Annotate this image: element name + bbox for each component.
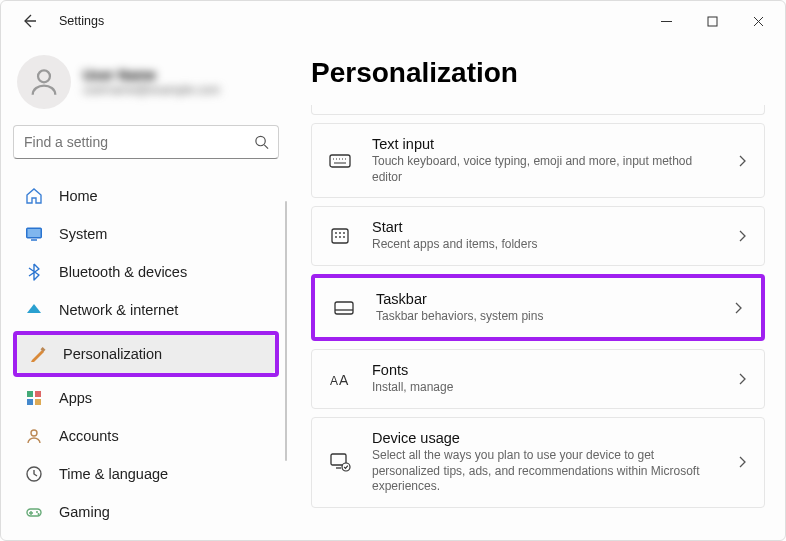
- search-wrapper: [13, 125, 279, 159]
- sidebar-item-system[interactable]: System: [13, 215, 279, 253]
- sidebar-item-bluetooth[interactable]: Bluetooth & devices: [13, 253, 279, 291]
- card-text: Start Recent apps and items, folders: [372, 219, 718, 253]
- profile-name: User Name: [83, 67, 220, 83]
- chevron-right-icon: [736, 230, 748, 242]
- card-subtitle: Install, manage: [372, 380, 718, 396]
- sidebar-item-network[interactable]: Network & internet: [13, 291, 279, 329]
- arrow-left-icon: [21, 13, 37, 29]
- card-device-usage[interactable]: Device usage Select all the ways you pla…: [311, 417, 765, 508]
- accounts-icon: [23, 427, 45, 445]
- wifi-icon: [23, 301, 45, 319]
- sidebar: User Name username@example.com Home Syst…: [1, 41, 291, 540]
- settings-cards: Text input Touch keyboard, voice typing,…: [311, 105, 765, 508]
- sidebar-item-gaming[interactable]: Gaming: [13, 493, 279, 531]
- taskbar-icon: [330, 296, 358, 320]
- card-title: Fonts: [372, 362, 718, 378]
- svg-rect-9: [35, 399, 41, 405]
- home-icon: [23, 187, 45, 205]
- sidebar-item-label: Network & internet: [59, 302, 178, 318]
- card-partial-above[interactable]: [311, 105, 765, 115]
- svg-text:A: A: [339, 372, 349, 388]
- card-text: Taskbar Taskbar behaviors, system pins: [376, 291, 714, 325]
- sidebar-item-label: Home: [59, 188, 98, 204]
- sidebar-item-personalization[interactable]: Personalization: [17, 335, 275, 373]
- profile-email: username@example.com: [83, 83, 220, 97]
- sidebar-item-label: Apps: [59, 390, 92, 406]
- sidebar-item-label: Personalization: [63, 346, 162, 362]
- sidebar-item-label: System: [59, 226, 107, 242]
- svg-point-19: [343, 232, 345, 234]
- user-icon: [27, 65, 61, 99]
- card-title: Start: [372, 219, 718, 235]
- avatar: [17, 55, 71, 109]
- svg-rect-8: [27, 399, 33, 405]
- sidebar-scrollbar[interactable]: [285, 201, 287, 461]
- card-text-input[interactable]: Text input Touch keyboard, voice typing,…: [311, 123, 765, 198]
- sidebar-item-time[interactable]: Time & language: [13, 455, 279, 493]
- card-subtitle: Touch keyboard, voice typing, emoji and …: [372, 154, 718, 185]
- card-fonts[interactable]: AA Fonts Install, manage: [311, 349, 765, 409]
- sidebar-item-apps[interactable]: Apps: [13, 379, 279, 417]
- profile-text: User Name username@example.com: [83, 67, 220, 97]
- start-icon: [326, 224, 354, 248]
- sidebar-item-accounts[interactable]: Accounts: [13, 417, 279, 455]
- sidebar-item-label: Gaming: [59, 504, 110, 520]
- window-controls: [643, 5, 781, 37]
- svg-rect-0: [708, 17, 717, 26]
- highlight-personalization: Personalization: [13, 331, 279, 377]
- sidebar-item-home[interactable]: Home: [13, 177, 279, 215]
- sidebar-item-label: Time & language: [59, 466, 168, 482]
- chevron-right-icon: [736, 456, 748, 468]
- bluetooth-icon: [23, 263, 45, 281]
- card-subtitle: Recent apps and items, folders: [372, 237, 718, 253]
- profile-section[interactable]: User Name username@example.com: [17, 55, 279, 109]
- clock-icon: [23, 465, 45, 483]
- svg-point-20: [335, 236, 337, 238]
- fonts-icon: AA: [326, 367, 354, 391]
- chevron-right-icon: [736, 373, 748, 385]
- card-title: Device usage: [372, 430, 718, 446]
- card-text: Text input Touch keyboard, voice typing,…: [372, 136, 718, 185]
- back-button[interactable]: [13, 5, 45, 37]
- maximize-icon: [707, 16, 718, 27]
- main-panel: Personalization Text input Touch keyboar…: [291, 41, 785, 540]
- apps-icon: [23, 389, 45, 407]
- gaming-icon: [23, 503, 45, 521]
- svg-point-1: [38, 70, 50, 82]
- svg-rect-15: [330, 155, 350, 167]
- svg-point-17: [335, 232, 337, 234]
- svg-rect-6: [27, 391, 33, 397]
- search-input[interactable]: [13, 125, 279, 159]
- nav: Home System Bluetooth & devices Network …: [13, 177, 279, 531]
- card-taskbar[interactable]: Taskbar Taskbar behaviors, system pins: [315, 278, 761, 338]
- svg-rect-16: [332, 229, 348, 243]
- svg-text:A: A: [330, 374, 338, 388]
- svg-point-22: [343, 236, 345, 238]
- card-subtitle: Select all the ways you plan to use your…: [372, 448, 718, 495]
- page-title: Personalization: [311, 57, 765, 89]
- svg-point-10: [31, 430, 37, 436]
- chevron-right-icon: [732, 302, 744, 314]
- system-icon: [23, 225, 45, 243]
- chevron-right-icon: [736, 155, 748, 167]
- maximize-button[interactable]: [689, 5, 735, 37]
- card-title: Taskbar: [376, 291, 714, 307]
- close-icon: [753, 16, 764, 27]
- close-button[interactable]: [735, 5, 781, 37]
- card-title: Text input: [372, 136, 718, 152]
- svg-rect-4: [28, 229, 41, 237]
- card-subtitle: Taskbar behaviors, system pins: [376, 309, 714, 325]
- card-start[interactable]: Start Recent apps and items, folders: [311, 206, 765, 266]
- svg-point-14: [38, 513, 40, 515]
- card-text: Fonts Install, manage: [372, 362, 718, 396]
- keyboard-icon: [326, 149, 354, 173]
- svg-point-13: [36, 511, 38, 513]
- sidebar-item-label: Accounts: [59, 428, 119, 444]
- svg-point-21: [339, 236, 341, 238]
- window-title: Settings: [59, 14, 104, 28]
- minimize-button[interactable]: [643, 5, 689, 37]
- minimize-icon: [661, 16, 672, 27]
- personalization-icon: [27, 345, 49, 363]
- highlight-taskbar: Taskbar Taskbar behaviors, system pins: [311, 274, 765, 342]
- titlebar: Settings: [1, 1, 785, 41]
